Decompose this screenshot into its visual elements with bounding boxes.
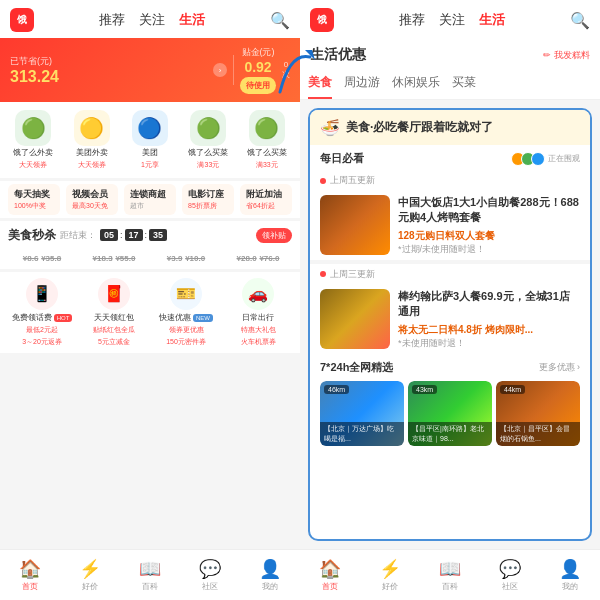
icon-meituan-waimai[interactable]: 🟡 美团外卖 大天领券 xyxy=(64,110,118,170)
wiki-label: 百科 xyxy=(142,581,158,592)
bottom-item-phone[interactable]: 📱 免费领话费HOT 最低2元起 3～20元返券 xyxy=(8,278,76,347)
icon-meituan[interactable]: 🔵 美团 1元享 xyxy=(123,110,177,170)
post-content-1: 中国大饭店1大1小自助餐288元！688元购4人烤鸭套餐 128元购日料双人套餐… xyxy=(398,195,580,256)
savings-arrow[interactable]: › xyxy=(213,63,227,77)
flash-title: 美食秒杀 xyxy=(8,227,56,244)
thumb-dist-3: 44km xyxy=(500,385,525,394)
post-title-1: 中国大饭店1大1小自助餐288元！688元购4人烤鸭套餐 xyxy=(398,195,580,226)
left-nav-life[interactable]: 生活 xyxy=(179,11,205,29)
left-navbar-wiki[interactable]: 📖 百科 xyxy=(139,558,161,592)
left-logo: 饿 xyxy=(10,8,34,32)
viewing-info: 正在围观 xyxy=(511,152,580,166)
right-nav-recommend[interactable]: 推荐 xyxy=(399,11,425,29)
right-navbar-profile[interactable]: 👤 我的 xyxy=(559,558,581,592)
savings-value: 313.24 xyxy=(10,68,207,86)
post-item-2[interactable]: 棒约翰比萨3人餐69.9元，全城31店通用 将太无二日料4.8折 烤肉限时...… xyxy=(310,285,590,354)
icon-eleme-groceries[interactable]: 🟢 饿了么买菜 满33元 xyxy=(181,110,235,170)
points-value: 0.92 xyxy=(244,59,271,75)
viewing-text: 正在围观 xyxy=(548,153,580,164)
right-nav-follow[interactable]: 关注 xyxy=(439,11,465,29)
tab-groceries[interactable]: 买菜 xyxy=(452,68,476,99)
post-img-2 xyxy=(320,289,390,349)
right-navbar-home[interactable]: 🏠 首页 xyxy=(319,558,341,592)
right-wiki-label: 百科 xyxy=(442,581,458,592)
bottom-sec-header: 7*24h全网精选 更多优惠 › xyxy=(320,360,580,375)
right-search-icon[interactable]: 🔍 xyxy=(570,11,590,30)
banner-divider xyxy=(233,55,234,85)
thumb-dist-1: 46km xyxy=(324,385,349,394)
bottom-item-redpacket[interactable]: 🧧 天天领红包 贴纸红包全瓜 5元立减金 xyxy=(80,278,148,347)
hot-badge: HOT xyxy=(54,314,73,322)
icon-eleme-label: 饿了么外卖 xyxy=(13,148,53,158)
flash-item-3[interactable]: ¥0.12 ¥3.9 ¥10.0 xyxy=(152,250,220,263)
promo-gas[interactable]: 附近加油 省64折起 xyxy=(240,184,292,215)
wiki-icon: 📖 xyxy=(139,558,161,580)
bottom-item-coupon[interactable]: 🎫 快速优惠NEW 领券更优惠 150元密件券 xyxy=(152,278,220,347)
update-label-1: 上周五更新 xyxy=(310,170,590,191)
community-label: 社区 xyxy=(202,581,218,592)
thumb-caption-2: 【昌平区|南环路】老北京味道｜98... xyxy=(408,422,492,446)
flash-items: ¥0.22 ¥8.6 ¥35.8 ¥0.59 ¥18.3 ¥55.0 ¥0.12… xyxy=(8,250,292,263)
update-text-2: 上周三更新 xyxy=(330,268,375,281)
post-img-1 xyxy=(320,195,390,255)
left-navbar-home[interactable]: 🏠 首页 xyxy=(19,558,41,592)
promo-supermarket[interactable]: 连锁商超 超市 xyxy=(124,184,176,215)
promo-cinema[interactable]: 电影订座 85折票房 xyxy=(182,184,234,215)
right-navbar-community[interactable]: 💬 社区 xyxy=(499,558,521,592)
thumb-dist-2: 43km xyxy=(412,385,437,394)
flash-item-4[interactable]: ¥0.89 ¥28.0 ¥76.0 xyxy=(224,250,292,263)
icon-eleme-groceries2[interactable]: 🟢 饿了么买菜 满33元 xyxy=(240,110,294,170)
tabs-row: 美食 周边游 休闲娱乐 买菜 xyxy=(300,68,600,100)
upload-btn[interactable]: ✏ 我发糕料 xyxy=(543,49,590,62)
deals-icon: ⚡ xyxy=(79,558,101,580)
right-navbar: 🏠 首页 ⚡ 好价 📖 百科 💬 社区 👤 我的 xyxy=(300,549,600,600)
bottom-section: 7*24h全网精选 更多优惠 › 46km 【北京｜万达广场】吃喝是福... 4… xyxy=(310,354,590,450)
left-nav: 推荐 关注 生活 xyxy=(99,11,205,29)
promo-daily-draw[interactable]: 每天抽奖 100%中奖 xyxy=(8,184,60,215)
left-navbar-deals[interactable]: ⚡ 好价 xyxy=(79,558,101,592)
bottom-sec-title: 7*24h全网精选 xyxy=(320,360,393,375)
left-navbar-profile[interactable]: 👤 我的 xyxy=(259,558,281,592)
right-navbar-deals[interactable]: ⚡ 好价 xyxy=(379,558,401,592)
card-title-row: 🍜 美食·必吃餐厅跟着吃就对了 xyxy=(310,110,590,145)
promo-video-member[interactable]: 视频会员 最高30天免 xyxy=(66,184,118,215)
icon-eleme-groceries-label: 饿了么买菜 xyxy=(188,148,228,158)
right-deals-label: 好价 xyxy=(382,581,398,592)
flash-btn[interactable]: 领补贴 xyxy=(256,228,292,243)
bottom-item-travel[interactable]: 🚗 日常出行 特惠大礼包 火车机票券 xyxy=(224,278,292,347)
flash-price-3: ¥3.9 ¥10.0 xyxy=(167,252,205,263)
card-title-icon: 🍜 xyxy=(320,118,340,137)
left-navbar-community[interactable]: 💬 社区 xyxy=(199,558,221,592)
right-deals-icon: ⚡ xyxy=(379,558,401,580)
tab-food[interactable]: 美食 xyxy=(308,68,332,99)
thumb-item-2[interactable]: 43km 【昌平区|南环路】老北京味道｜98... xyxy=(408,381,492,446)
left-search-icon[interactable]: 🔍 xyxy=(270,11,290,30)
thumb-grid: 46km 【北京｜万达广场】吃喝是福... 43km 【昌平区|南环路】老北京味… xyxy=(320,381,580,446)
thumb-item-1[interactable]: 46km 【北京｜万达广场】吃喝是福... xyxy=(320,381,404,446)
flash-item-1[interactable]: ¥0.22 ¥8.6 ¥35.8 xyxy=(8,250,76,263)
right-home-label: 首页 xyxy=(322,581,338,592)
thumb-item-3[interactable]: 44km 【北京｜昌平区】会冒烟的石锅鱼... xyxy=(496,381,580,446)
tab-entertainment[interactable]: 休闲娱乐 xyxy=(392,68,440,99)
left-nav-recommend[interactable]: 推荐 xyxy=(99,11,125,29)
right-nav-life[interactable]: 生活 xyxy=(479,11,505,29)
count-mins: 17 xyxy=(125,229,143,241)
use-btn[interactable]: 待使用 xyxy=(240,77,276,94)
thumb-caption-3: 【北京｜昌平区】会冒烟的石锅鱼... xyxy=(496,422,580,446)
promo-row: 每天抽奖 100%中奖 视频会员 最高30天免 连锁商超 超市 电影订座 85折… xyxy=(0,181,300,218)
flash-title-row: 美食秒杀 距结束： 05 : 17 : 35 xyxy=(8,227,167,244)
post-sub-2: 将太无二日料4.8折 烤肉限时... xyxy=(398,323,580,337)
tab-travel[interactable]: 周边游 xyxy=(344,68,380,99)
banner-times: 0 次 xyxy=(282,60,290,80)
right-profile-label: 我的 xyxy=(562,581,578,592)
daily-section: 每日必看 正在围观 xyxy=(310,145,590,170)
right-navbar-wiki[interactable]: 📖 百科 xyxy=(439,558,461,592)
flash-header: 美食秒杀 距结束： 05 : 17 : 35 领补贴 xyxy=(8,227,292,244)
flash-item-2[interactable]: ¥0.59 ¥18.3 ¥55.0 xyxy=(80,250,148,263)
flash-near: 距结束： xyxy=(60,229,96,242)
more-link[interactable]: 更多优惠 › xyxy=(539,361,581,374)
post-item-1[interactable]: 中国大饭店1大1小自助餐288元！688元购4人烤鸭套餐 128元购日料双人套餐… xyxy=(310,191,590,260)
icon-eleme[interactable]: 🟢 饿了么外卖 大天领券 xyxy=(6,110,60,170)
left-nav-follow[interactable]: 关注 xyxy=(139,11,165,29)
card-title-text: 美食·必吃餐厅跟着吃就对了 xyxy=(346,119,493,136)
